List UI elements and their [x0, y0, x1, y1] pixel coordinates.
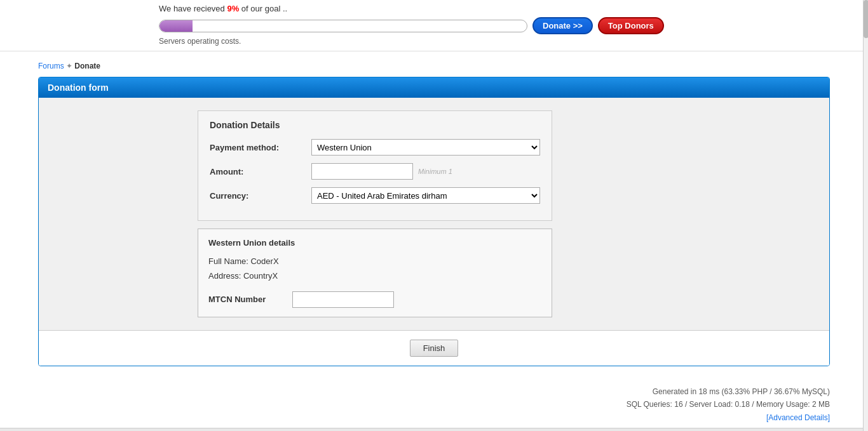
wu-info: Full Name: CoderX Address: CountryX	[208, 254, 541, 284]
wu-details-section: Western Union details Full Name: CoderX …	[198, 229, 552, 317]
breadcrumb-current: Donate	[74, 62, 100, 70]
amount-label: Amount:	[210, 167, 311, 176]
currency-label: Currency:	[210, 191, 311, 201]
footer-stats: Generated in 18 ms (63.33% PHP / 36.67% …	[0, 373, 868, 428]
wu-section-title: Western Union details	[208, 238, 541, 248]
donation-box: Donation form Donation Details Payment m…	[38, 77, 830, 366]
donation-form-title: Donation form	[48, 83, 109, 93]
footer-nav: Contact Us | mybb | Return to Top | Lite…	[0, 428, 868, 431]
goal-text-after: of our goal ..	[239, 4, 287, 13]
servers-text: Servers operating costs.	[159, 37, 241, 46]
stats-line2: SQL Queries: 16 / Server Load: 0.18 / Me…	[38, 398, 830, 411]
wu-mtcn-label: MTCN Number	[208, 295, 285, 304]
currency-row: Currency: AED - United Arab Emirates dir…	[210, 187, 540, 204]
amount-hint: Minimum 1	[418, 168, 452, 175]
wu-address-value: CountryX	[243, 271, 278, 281]
breadcrumb: Forums ✦ Donate	[38, 62, 830, 70]
amount-row: Amount: Minimum 1	[210, 163, 540, 180]
wu-address-line: Address: CountryX	[208, 269, 541, 283]
advanced-details-link[interactable]: [Advanced Details]	[766, 413, 830, 422]
stats-line1: Generated in 18 ms (63.33% PHP / 36.67% …	[38, 385, 830, 398]
payment-method-label: Payment method:	[210, 143, 311, 152]
form-left-spacer	[58, 110, 198, 317]
amount-wrap: Minimum 1	[311, 163, 540, 180]
advanced-details-wrap: [Advanced Details]	[38, 411, 830, 424]
wu-mtcn-input[interactable]	[292, 291, 394, 308]
form-main-layout: Donation Details Payment method: Western…	[58, 110, 810, 317]
payment-method-row: Payment method: Western Union PayPal Bit…	[210, 139, 540, 156]
payment-method-wrap: Western Union PayPal Bitcoin	[311, 139, 540, 156]
goal-percent: 9%	[227, 4, 239, 13]
wu-address-label: Address:	[208, 271, 241, 281]
breadcrumb-forums-link[interactable]: Forums	[38, 62, 64, 70]
progress-row: Donate >> Top Donors	[159, 17, 664, 34]
top-donors-button[interactable]: Top Donors	[598, 17, 664, 34]
donation-box-body: Donation Details Payment method: Western…	[39, 98, 829, 330]
scrollbar-track	[863, 0, 868, 431]
donation-box-header: Donation form	[39, 77, 829, 98]
progress-bar-fill	[159, 20, 193, 32]
donation-details-section: Donation Details Payment method: Western…	[198, 110, 552, 221]
main-content: Forums ✦ Donate Donation form Donation D…	[0, 51, 868, 373]
wu-fullname-line: Full Name: CoderX	[208, 254, 541, 269]
finish-button[interactable]: Finish	[410, 340, 459, 357]
wu-fullname-label: Full Name:	[208, 256, 248, 266]
donate-button[interactable]: Donate >>	[532, 17, 593, 34]
form-right-content: Donation Details Payment method: Western…	[198, 110, 552, 317]
progress-bar-container	[159, 20, 527, 32]
wu-mtcn-row: MTCN Number	[208, 291, 541, 308]
goal-text: We have recieved 9% of our goal ..	[159, 4, 287, 13]
donation-details-title: Donation Details	[210, 120, 540, 130]
scrollbar-thumb[interactable]	[864, 0, 868, 38]
top-banner: We have recieved 9% of our goal .. Donat…	[0, 0, 868, 51]
amount-input[interactable]	[311, 163, 413, 180]
payment-method-select[interactable]: Western Union PayPal Bitcoin	[311, 139, 540, 156]
goal-text-before: We have recieved	[159, 4, 227, 13]
finish-row: Finish	[39, 330, 829, 366]
breadcrumb-separator: ✦	[66, 62, 72, 70]
currency-select[interactable]: AED - United Arab Emirates dirham USD - …	[311, 187, 540, 204]
wu-fullname-value: CoderX	[250, 256, 278, 266]
currency-wrap: AED - United Arab Emirates dirham USD - …	[311, 187, 540, 204]
